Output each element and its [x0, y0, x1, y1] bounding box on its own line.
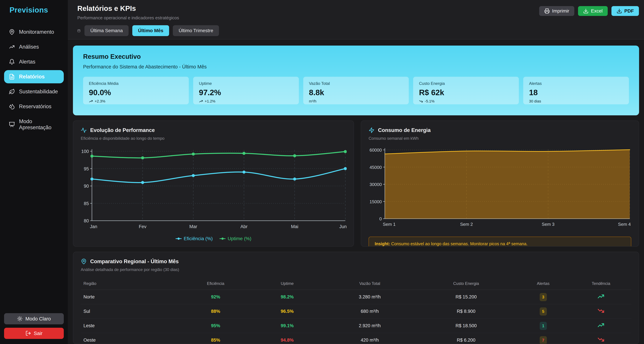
- table-row: Leste95%99.1%2.920 m³/hR$ 18.5001: [81, 319, 631, 333]
- theme-toggle-button[interactable]: Modo Claro: [4, 313, 64, 324]
- kpi-delta: +2.3%: [89, 99, 183, 104]
- cell-region: Leste: [81, 319, 180, 333]
- table-row: Sul88%96.5%680 m³/hR$ 8.9005: [81, 304, 631, 319]
- sidebar-nav: MonitoramentoAnálisesAlertasRelatóriosSu…: [4, 25, 64, 134]
- sidebar-item-label: Alertas: [19, 59, 35, 65]
- file-text-icon: [9, 74, 15, 80]
- logout-button[interactable]: Sair: [4, 328, 64, 339]
- cell-flow: 420 m³/h: [323, 333, 416, 344]
- kpi-delta: 30 dias: [529, 99, 623, 104]
- column-header: Tendência: [571, 278, 631, 290]
- performance-chart-legend: Eficiência (%)Uptime (%): [81, 236, 346, 241]
- svg-text:Mai: Mai: [291, 224, 298, 229]
- svg-text:Sem 4: Sem 4: [618, 222, 631, 227]
- period-filter: Última SemanaÚltimo MêsÚltimo Trimestre: [77, 25, 639, 36]
- sidebar-item-relatorios[interactable]: Relatórios: [4, 70, 64, 83]
- map-pin-icon: [81, 258, 87, 265]
- performance-chart-title: Evolução de Performance: [90, 127, 155, 133]
- svg-text:100: 100: [81, 149, 89, 154]
- trending-up-icon: [597, 293, 605, 300]
- regional-table-card: Comparativo Regional - Último Mês Anális…: [73, 252, 639, 344]
- svg-text:45000: 45000: [370, 165, 382, 170]
- trending-down-icon: [419, 99, 423, 103]
- period-tab-2[interactable]: Último Mês: [132, 25, 169, 36]
- kpi-card: Custo Energia R$ 62k -5.1%: [413, 77, 519, 104]
- sidebar-item-analises[interactable]: Análises: [4, 40, 64, 53]
- trending-up-icon: [89, 99, 93, 103]
- svg-text:85: 85: [84, 201, 89, 206]
- kpi-value: 97.2%: [199, 88, 293, 97]
- sidebar-item-modo-apresentacao[interactable]: Modo Apresentação: [4, 115, 64, 134]
- regional-table: RegiãoEficiênciaUptimeVazão TotalCusto E…: [81, 278, 631, 344]
- legend-item: Uptime (%): [220, 236, 251, 241]
- cell-cost: R$ 8.900: [416, 304, 516, 319]
- cell-flow: 2.920 m³/h: [323, 319, 416, 333]
- svg-text:Jan: Jan: [90, 224, 97, 229]
- column-header: Vazão Total: [323, 278, 416, 290]
- svg-text:Sem 3: Sem 3: [542, 222, 554, 227]
- svg-text:60000: 60000: [370, 148, 382, 153]
- svg-text:95: 95: [84, 166, 89, 172]
- svg-text:Sem 2: Sem 2: [460, 222, 473, 227]
- svg-text:80: 80: [84, 218, 89, 223]
- kpi-delta: m³/h: [309, 99, 403, 104]
- legend-item: Eficiência (%): [176, 236, 213, 241]
- cell-uptime: 96.5%: [281, 309, 294, 314]
- presentation-icon: [9, 121, 15, 128]
- charts-row: Evolução de Performance Eficiência e dis…: [73, 120, 639, 247]
- download-icon: [583, 8, 588, 14]
- trending-up-icon: [199, 99, 203, 103]
- performance-chart-subtitle: Eficiência e disponibilidade ao longo do…: [81, 136, 346, 141]
- energy-chart-canvas[interactable]: 015000300004500060000Sem 1Sem 2Sem 3Sem …: [368, 146, 631, 230]
- sidebar-item-monitoramento[interactable]: Monitoramento: [4, 25, 64, 39]
- column-header: Região: [81, 278, 180, 290]
- sidebar-footer: Modo Claro Sair: [4, 313, 64, 339]
- insight-prefix: Insight:: [375, 241, 390, 246]
- sidebar-item-reservatorios[interactable]: Reservatórios: [4, 100, 64, 113]
- period-tab-1[interactable]: Última Semana: [84, 25, 128, 36]
- sidebar-item-alertas[interactable]: Alertas: [4, 55, 64, 68]
- trending-down-icon: [597, 307, 605, 315]
- cell-region: Norte: [81, 290, 180, 304]
- export-pdf-button[interactable]: PDF: [612, 6, 639, 16]
- svg-text:90: 90: [84, 183, 89, 189]
- cell-efficiency: 88%: [211, 309, 220, 314]
- sidebar-item-label: Sustentabilidade: [19, 89, 58, 95]
- kpi-card: Alertas 18 30 dias: [523, 77, 629, 104]
- trending-down-icon: [597, 336, 605, 343]
- kpi-card: Vazão Total 8.8k m³/h: [303, 77, 409, 104]
- leaf-icon: [9, 89, 15, 95]
- export-excel-button[interactable]: Excel: [578, 6, 608, 16]
- performance-chart-canvas[interactable]: 80859095100JanFevMarAbrMaiJun: [81, 146, 347, 234]
- regional-table-subtitle: Análise detalhada de performance por reg…: [81, 267, 631, 272]
- calendar-icon: [77, 29, 80, 32]
- alerts-badge: 5: [540, 307, 547, 316]
- download-icon: [616, 8, 622, 14]
- performance-chart-card: Evolução de Performance Eficiência e dis…: [73, 120, 354, 247]
- alerts-badge: 3: [540, 293, 547, 301]
- cell-flow: 3.280 m³/h: [323, 290, 416, 304]
- cell-uptime: 99.1%: [281, 323, 294, 328]
- alerts-badge: 7: [540, 336, 547, 344]
- svg-text:30000: 30000: [370, 182, 382, 187]
- cell-flow: 680 m³/h: [323, 304, 416, 319]
- svg-text:0: 0: [380, 216, 382, 221]
- legend-label: Uptime (%): [228, 236, 251, 241]
- summary-subtitle: Performance do Sistema de Abastecimento …: [83, 64, 629, 70]
- svg-text:Abr: Abr: [240, 224, 248, 229]
- sidebar-item-sustentabilidade[interactable]: Sustentabilidade: [4, 85, 64, 98]
- kpi-value: R$ 62k: [419, 88, 513, 97]
- printer-icon: [544, 8, 550, 14]
- excel-label: Excel: [591, 8, 602, 14]
- page-title: Relatórios e KPIs: [77, 4, 179, 12]
- svg-text:15000: 15000: [370, 199, 382, 204]
- app-root: Previsions MonitoramentoAnálisesAlertasR…: [0, 0, 644, 344]
- energy-insight-box: Insight: Consumo estável ao longo das se…: [368, 237, 631, 247]
- cell-efficiency: 85%: [211, 338, 220, 343]
- theme-toggle-label: Modo Claro: [26, 316, 51, 322]
- period-tab-3[interactable]: Último Trimestre: [173, 25, 219, 36]
- cell-efficiency: 92%: [211, 294, 220, 300]
- print-button[interactable]: Imprimir: [539, 6, 574, 16]
- table-row: Oeste85%94.8%420 m³/hR$ 6.2007: [81, 333, 631, 344]
- page-subtitle: Performance operacional e indicadores es…: [77, 15, 179, 20]
